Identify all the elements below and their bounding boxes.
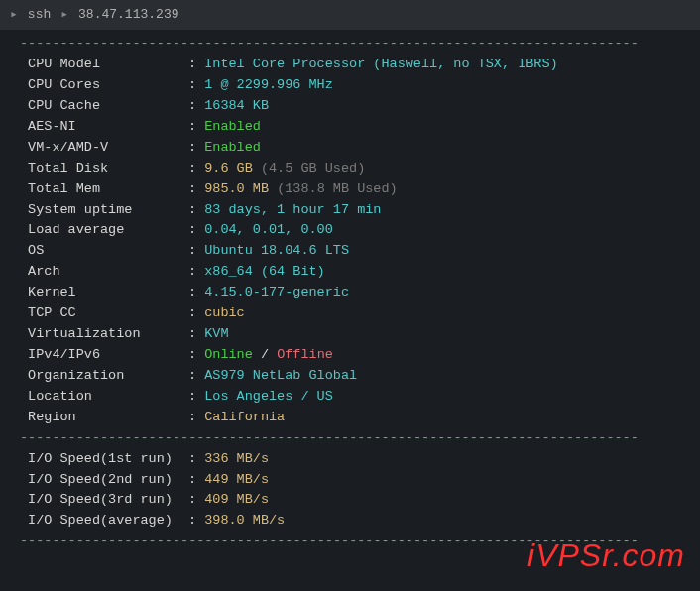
row-value: 4.15.0-177-generic [204,283,349,303]
info-row: Location : Los Angeles / US [20,387,680,408]
row-colon: : [188,138,204,159]
row-label: Region [20,408,188,428]
row-colon: : [188,387,204,408]
row-colon: : [188,345,204,366]
row-value: AS979 NetLab Global [204,366,357,387]
info-row: I/O Speed(3rd run) : 409 MB/s [20,490,680,511]
info-row: IPv4/IPv6 : Online / Offline [20,345,680,366]
row-value: Offline [277,345,333,366]
row-label: I/O Speed(1st run) [20,449,188,470]
row-colon: : [188,159,204,179]
row-label: Arch [20,262,188,283]
divider-line: ----------------------------------------… [20,34,680,55]
row-value: 9.6 GB [204,159,261,179]
row-value: Los Angeles / US [204,387,333,408]
watermark: iVPSr.com [527,532,685,581]
info-row: TCP CC : cubic [20,303,680,324]
info-row: CPU Cores : 1 @ 2299.996 MHz [20,75,680,96]
row-label: I/O Speed(average) [20,511,188,532]
row-value: 1 @ 2299.996 MHz [204,75,333,96]
row-value: 398.0 MB/s [204,511,285,532]
row-label: AES-NI [20,117,188,138]
row-value: 0.04, 0.01, 0.00 [204,220,333,241]
row-value: x86_64 (64 Bit) [204,262,325,283]
row-label: Load average [20,220,188,241]
terminal-output[interactable]: ----------------------------------------… [0,30,700,556]
divider-line: ----------------------------------------… [20,428,680,449]
row-label: VM-x/AMD-V [20,138,188,159]
row-colon: : [188,75,204,96]
info-row: I/O Speed(2nd run) : 449 MB/s [20,470,680,491]
row-colon: : [188,366,204,387]
row-value: 409 MB/s [204,490,269,511]
row-label: Organization [20,366,188,387]
titlebar-host: 38.47.113.239 [78,5,178,25]
row-label: Total Mem [20,179,188,200]
titlebar-arrow-icon: ▸ [10,5,18,25]
info-row: Arch : x86_64 (64 Bit) [20,262,680,283]
row-label: Total Disk [20,159,188,179]
row-label: I/O Speed(3rd run) [20,490,188,511]
info-row: OS : Ubuntu 18.04.6 LTS [20,241,680,262]
info-row: Kernel : 4.15.0-177-generic [20,283,680,303]
row-label: CPU Cache [20,96,188,117]
row-label: CPU Cores [20,75,188,96]
row-colon: : [188,449,204,470]
row-value: 449 MB/s [204,470,269,491]
info-row: Total Disk : 9.6 GB (4.5 GB Used) [20,159,680,179]
watermark-text: iVPSr.com [527,537,685,573]
row-colon: : [188,303,204,324]
row-colon: : [188,220,204,241]
info-row: Load average : 0.04, 0.01, 0.00 [20,220,680,241]
titlebar-ssh-label: ssh [28,5,51,25]
row-label: Location [20,387,188,408]
row-colon: : [188,408,204,428]
row-colon: : [188,200,204,221]
row-value: Intel Core Processor (Haswell, no TSX, I… [204,55,557,75]
row-colon: : [188,324,204,345]
row-label: Kernel [20,283,188,303]
row-colon: : [188,283,204,303]
info-row: System uptime : 83 days, 1 hour 17 min [20,200,680,221]
titlebar-arrow-icon: ▸ [60,5,68,25]
row-label: Virtualization [20,324,188,345]
row-value: (138.8 MB Used) [277,179,398,200]
row-value: KVM [204,324,228,345]
row-label: CPU Model [20,55,188,75]
row-value: / [253,345,277,366]
info-row: CPU Model : Intel Core Processor (Haswel… [20,55,680,75]
row-value: California [204,408,285,428]
row-value: Enabled [204,138,261,159]
row-value: Ubuntu 18.04.6 LTS [204,241,349,262]
info-row: CPU Cache : 16384 KB [20,96,680,117]
row-label: I/O Speed(2nd run) [20,470,188,491]
info-row: I/O Speed(average) : 398.0 MB/s [20,511,680,532]
row-colon: : [188,262,204,283]
row-colon: : [188,511,204,532]
row-value: 985.0 MB [204,179,277,200]
row-value: (4.5 GB Used) [261,159,365,179]
info-row: VM-x/AMD-V : Enabled [20,138,680,159]
row-value: 336 MB/s [204,449,269,470]
row-colon: : [188,55,204,75]
row-colon: : [188,96,204,117]
row-value: Online [204,345,253,366]
info-row: Total Mem : 985.0 MB (138.8 MB Used) [20,179,680,200]
info-row: Organization : AS979 NetLab Global [20,366,680,387]
row-colon: : [188,241,204,262]
row-value: 83 days, 1 hour 17 min [204,200,381,221]
row-colon: : [188,117,204,138]
info-row: I/O Speed(1st run) : 336 MB/s [20,449,680,470]
info-row: AES-NI : Enabled [20,117,680,138]
row-colon: : [188,470,204,491]
row-colon: : [188,179,204,200]
info-row: Region : California [20,408,680,428]
row-label: System uptime [20,200,188,221]
row-value: 16384 KB [204,96,269,117]
row-value: cubic [204,303,245,324]
info-row: Virtualization : KVM [20,324,680,345]
row-label: TCP CC [20,303,188,324]
row-value: Enabled [204,117,261,138]
row-colon: : [188,490,204,511]
row-label: OS [20,241,188,262]
